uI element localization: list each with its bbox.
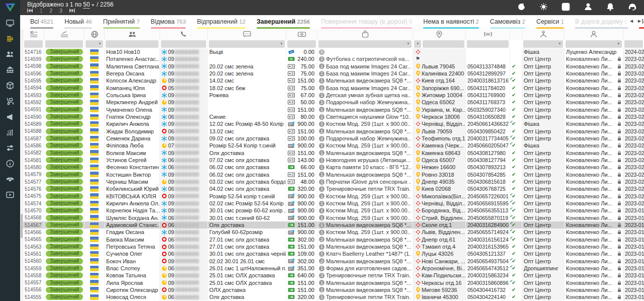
tabs-scroll-left-icon[interactable]: ◄: [629, 18, 634, 24]
settings-sliders-icon[interactable]: [0, 140, 20, 156]
account-icon[interactable]: [584, 2, 593, 11]
table-row[interactable]: 514557 Завершений Лила Ярослав 09 25.01 …: [23, 279, 644, 286]
table-row[interactable]: 514591 Завершений Чумаченко Олена 09 151…: [23, 106, 644, 113]
table-row[interactable]: 514579 Завершений Костишин Виктор 09 06.…: [23, 171, 644, 178]
product-column-icon[interactable]: [317, 29, 413, 40]
tab-всі[interactable]: Всі 4521: [30, 15, 53, 29]
purchases-icon[interactable]: [0, 93, 20, 109]
tab-відмова[interactable]: Відмова 763: [151, 15, 186, 29]
filter-input[interactable]: [467, 40, 509, 48]
partners-icon[interactable]: [0, 171, 20, 187]
table-scrollbar[interactable]: [20, 29, 23, 301]
payment-column-icon[interactable]: [286, 29, 317, 40]
table-row[interactable]: 514589 Завершений Кирилич Анжела 09 12.0…: [23, 120, 644, 127]
tab-в-дорозі-додому[interactable]: В дорозі додому 0: [575, 15, 628, 29]
filter-input[interactable]: ▼: [523, 40, 563, 48]
filter-input[interactable]: [106, 40, 158, 48]
table-row[interactable]: 514570 Завершений Корнелюк Надія Та... 0…: [23, 207, 644, 214]
filter-input[interactable]: ▼: [318, 40, 412, 48]
refresh-icon[interactable]: [517, 3, 526, 11]
table-row[interactable]: 514567 Завершений Адамовский Станис... 0…: [23, 221, 644, 229]
tab-самовивіз[interactable]: Самовивіз 2: [490, 15, 525, 29]
tracking-column-icon[interactable]: [466, 29, 510, 40]
id-column-icon[interactable]: ID: [23, 29, 44, 40]
notifications-icon[interactable]: [606, 3, 614, 11]
marketing-icon[interactable]: [0, 109, 20, 124]
table-row[interactable]: 514582 Завершений Волков Максим 09 Олх д…: [23, 149, 644, 157]
page-number[interactable]: 3: [59, 8, 62, 14]
tab-відправлений[interactable]: Відправлений 12: [197, 15, 246, 29]
tab-нема-в-наявності[interactable]: Нема в наявності 2: [423, 15, 479, 29]
products-icon[interactable]: [0, 78, 20, 93]
tab-завершений[interactable]: Завершений 2256: [257, 15, 310, 29]
filter-input[interactable]: [161, 40, 206, 48]
tab-повернення-товару-в-дорозі-[interactable]: Повернення товару (в дорозі) 0: [321, 15, 412, 29]
customer-column-icon[interactable]: [105, 29, 160, 40]
tab-новый[interactable]: Новый 46: [64, 15, 92, 29]
table-row[interactable]: 514588 Завершений Жидак Володимир 06 13.…: [23, 128, 644, 135]
structure-icon[interactable]: [0, 62, 20, 78]
table-row[interactable]: 514716 Завершений Нов10 Нов10 09 Выцв 0.…: [23, 48, 644, 55]
table-row[interactable]: 514575 Завершений КВІТОВСЬКА ЮЛІЯ 09 Роз…: [23, 193, 644, 200]
filter-input[interactable]: ▼: [209, 40, 285, 48]
table-row[interactable]: 514590 Завершений Гнатюк Олексндр 06 Син…: [23, 113, 644, 120]
table-row[interactable]: 514574 Завершений Кирилич Анжела Ол... 0…: [23, 200, 644, 207]
fulfillment-column-icon[interactable]: [522, 29, 565, 40]
date-column-icon[interactable]: [623, 29, 644, 40]
tab-сервіси[interactable]: Сервіси 1: [536, 15, 564, 29]
table-row[interactable]: 514563 Завершений Петровська Тетяна 06 2…: [23, 243, 644, 250]
table-row[interactable]: 514596 Завершений Вегера Оксана 09 20.02…: [23, 70, 644, 77]
tabs-scroll-right-icon[interactable]: ►: [637, 18, 642, 24]
table-row[interactable]: 514559 Завершений Влас Слотюу 06 26.01 с…: [23, 265, 644, 272]
filter-input[interactable]: [624, 40, 643, 48]
table-row[interactable]: 514581 Завершений Устинов Сергей 06 07.0…: [23, 157, 644, 164]
scrollbar-thumb[interactable]: [21, 214, 23, 238]
status-column-icon[interactable]: [44, 29, 85, 40]
table-row[interactable]: 514568 Завершений Шумляс Богдана Ан... 0…: [23, 214, 644, 221]
table-row[interactable]: 514592 Завершений Мерклингер Андрей 09 5…: [23, 99, 644, 106]
table-row[interactable]: 514594 Завершений Компанец Юля 05 18.02 …: [23, 85, 644, 92]
page-number[interactable]: 2: [50, 8, 53, 14]
table-row[interactable]: 514560 Завершений Бокоч Иван 09 02.02 30…: [23, 258, 644, 265]
table-row[interactable]: 514565 Завершений Баюка Максим 06 27.01 …: [23, 236, 644, 243]
customers-icon[interactable]: [0, 46, 20, 62]
table-row[interactable]: 514566 Завершений Гладик Оксана 09 Голуб…: [23, 229, 644, 236]
first-page-icon[interactable]: [27, 8, 33, 14]
video-tutorials-icon[interactable]: [0, 187, 20, 202]
phone-column-icon[interactable]: [160, 29, 208, 40]
comment-column-icon[interactable]: [208, 29, 286, 40]
delivery-column-icon[interactable]: [413, 29, 466, 40]
check-column-icon[interactable]: [510, 29, 522, 40]
city-filter-input[interactable]: [423, 40, 464, 48]
add-order-icon[interactable]: [561, 3, 570, 11]
filter-input[interactable]: ▼: [86, 40, 103, 48]
table-row[interactable]: 514599 Завершений Потапенко Анастас... 0…: [23, 55, 644, 62]
statistics-icon[interactable]: [0, 124, 20, 140]
support-icon[interactable]: [628, 2, 637, 11]
tab-прийнятий[interactable]: Прийнятий 7: [103, 15, 140, 29]
page-size-dropdown[interactable]: 50: [83, 1, 90, 9]
delivery-icon-filter[interactable]: ▼: [414, 40, 421, 48]
orders-list-icon[interactable]: [0, 31, 20, 46]
page-number[interactable]: 1: [40, 8, 43, 14]
info-icon[interactable]: [0, 156, 20, 171]
filter-input[interactable]: [287, 40, 316, 48]
dashboard-icon[interactable]: [0, 15, 20, 31]
filter-input[interactable]: [24, 40, 43, 48]
table-row[interactable]: 514580 Завершений Фесенко Константин 06 …: [23, 164, 644, 171]
table-row[interactable]: 514595 Завершений Колосок Александр 09 1…: [23, 77, 644, 84]
settings-icon[interactable]: [539, 3, 548, 11]
table-row[interactable]: 514556 Завершений Сиротюк Олександр 09 О…: [23, 286, 644, 293]
table-row[interactable]: 514555 Завершений Новосад Олеся 06 Олх д…: [23, 293, 644, 300]
table-row[interactable]: 514598 Завершений Малютина Светлана 09 2…: [23, 63, 644, 70]
last-page-icon[interactable]: [69, 8, 75, 14]
table-row[interactable]: 514593 Завершений Сольська Ірина 09 Роже…: [23, 92, 644, 99]
table-row[interactable]: 514577 Завершений Черниш Максим 09 03.02…: [23, 178, 644, 185]
table-row[interactable]: 514561 Завершений Сучилов Олег 06 30.01 …: [23, 250, 644, 257]
filter-input[interactable]: ▼: [566, 40, 622, 48]
app-logo-icon[interactable]: [0, 0, 20, 15]
table-row[interactable]: 514576 Завершений Кобилинський Юрий 06 0…: [23, 185, 644, 192]
user-column-icon[interactable]: [565, 29, 623, 40]
country-column-icon[interactable]: [85, 29, 105, 40]
table-row[interactable]: 514558 Завершений Ковпак Татьяна 09 25.0…: [23, 272, 644, 279]
